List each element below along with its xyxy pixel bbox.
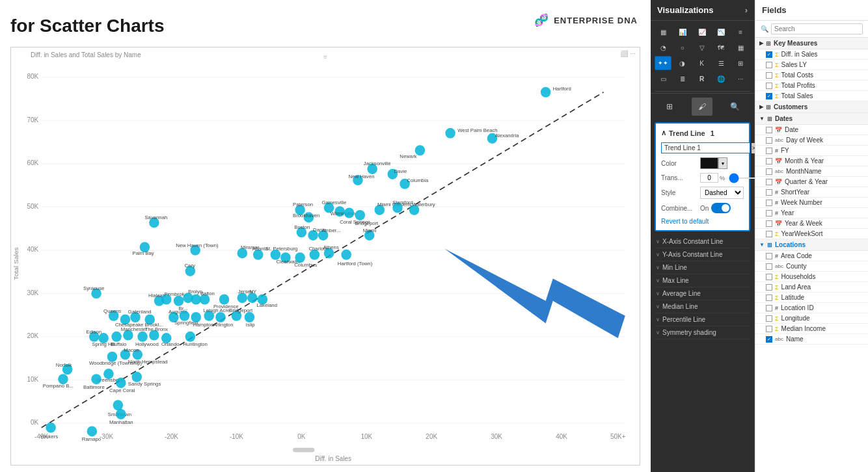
ac-checkbox[interactable] [766,253,772,259]
fields-search-input[interactable] [771,23,863,34]
vis-more[interactable]: ··· [732,72,749,86]
mn-checkbox[interactable] [766,168,772,175]
fields-button[interactable]: ⊞ [659,98,680,116]
vis-pie[interactable]: ◔ [655,40,671,55]
color-dropdown[interactable]: ▼ [718,157,727,169]
svg-point-172 [131,372,142,382]
field-name[interactable]: ✓ abc Name [755,334,868,345]
field-year[interactable]: # Year [755,208,868,218]
y-axis-constant-line[interactable]: ∨ Y-Axis Constant Line [655,248,750,261]
x-axis-constant-line[interactable]: ∨ X-Axis Constant Line [655,235,750,248]
field-sales-ly[interactable]: Σ Sales LY [755,60,868,70]
field-land-area[interactable]: Σ Land Area [755,282,868,293]
field-total-costs[interactable]: Σ Total Costs [755,70,868,81]
vis-funnel[interactable]: ▽ [694,40,711,55]
yws-checkbox[interactable] [766,231,772,237]
vis-card[interactable]: ▭ [655,72,671,86]
revert-button[interactable]: Revert to default [661,218,709,225]
color-swatch[interactable] [700,157,718,169]
name-checkbox[interactable]: ✓ [766,336,772,343]
lng-checkbox[interactable] [766,315,772,322]
date-checkbox[interactable] [766,127,772,133]
lid-checkbox[interactable] [766,305,772,311]
county-checkbox[interactable] [766,263,772,270]
vis-r[interactable]: R [694,72,711,86]
style-select[interactable]: Dashed Solid Dotted [700,187,744,199]
field-day-of-week[interactable]: abc Day of Week [755,135,868,146]
field-fy[interactable]: # FY [755,146,868,156]
expand-icon[interactable]: ⬜ [620,50,628,57]
fy-checkbox[interactable] [766,148,772,154]
field-latitude[interactable]: Σ Latitude [755,293,868,303]
vis-map[interactable]: 🗺 [712,40,729,55]
field-total-profits[interactable]: Σ Total Profits [755,81,868,91]
more-icon[interactable]: ··· [631,50,636,57]
field-week-number[interactable]: # Week Number [755,198,868,208]
diff-sales-checkbox[interactable]: ✓ [766,51,772,58]
field-group-customers-header[interactable]: ▶ ⊞ Customers [755,101,868,113]
sales-ly-checkbox[interactable] [766,62,772,68]
total-costs-checkbox[interactable] [766,72,772,79]
wn-checkbox[interactable] [766,200,772,206]
vis-column[interactable]: 📊 [674,25,691,39]
vis-matrix[interactable]: ⊞ [732,56,749,70]
symmetry-shading[interactable]: ∨ Symmetry shading [655,326,750,339]
vis-ribbon[interactable]: ≡ [732,25,749,39]
vis-area[interactable]: 📉 [712,25,729,39]
yw-checkbox[interactable] [766,220,772,227]
field-county[interactable]: abc County [755,261,868,272]
vis-stacked-bar[interactable]: ▦ [655,25,671,39]
vis-panel-chevron[interactable]: › [745,5,748,15]
vis-multirow[interactable]: ≣ [674,72,691,86]
format-button[interactable]: 🖌 [692,98,712,116]
analytics-button[interactable]: 🔍 [725,98,746,116]
field-households[interactable]: Σ Households [755,272,868,282]
min-line[interactable]: ∨ Min Line [655,261,750,274]
field-longitude[interactable]: Σ Longitude [755,313,868,324]
field-location-id[interactable]: # Location ID [755,303,868,313]
field-monthname[interactable]: abc MonthName [755,166,868,177]
average-line[interactable]: ∨ Average Line [655,287,750,300]
trend-collapse-icon[interactable]: ∧ [661,129,666,137]
vis-donut[interactable]: ○ [674,40,691,55]
field-total-sales[interactable]: ✓ Σ Total Sales [755,91,868,101]
vis-kpi[interactable]: K [694,56,711,70]
field-yearweeksort[interactable]: Σ YearWeekSort [755,229,868,239]
field-quarter-year[interactable]: 📅 Quarter & Year [755,177,868,187]
qy-checkbox[interactable] [766,179,772,185]
lat-checkbox[interactable] [766,295,772,301]
vis-treemap[interactable]: ▦ [732,40,749,55]
households-checkbox[interactable] [766,274,772,280]
vis-scatter[interactable]: ✦✦ [655,56,671,70]
la-checkbox[interactable] [766,284,772,291]
field-group-dates-header[interactable]: ▼ ⊞ Dates [755,113,868,125]
vis-gauge[interactable]: ◑ [674,56,691,70]
trend-name-input[interactable] [661,142,750,153]
scroll-handle[interactable]: ≡ [323,53,327,60]
scatter-chart[interactable]: ⬜ ··· ≡ Diff. in Sales and Total Sales b… [10,47,640,465]
total-sales-checkbox[interactable]: ✓ [766,93,772,99]
year-checkbox[interactable] [766,210,772,216]
max-line[interactable]: ∨ Max Line [655,274,750,287]
median-line[interactable]: ∨ Median Line [655,300,750,313]
field-diff-in-sales[interactable]: ✓ Σ Diff. in Sales [755,49,868,60]
vis-table[interactable]: ☰ [712,56,729,70]
mi-checkbox[interactable] [766,326,772,332]
percentile-line[interactable]: ∨ Percentile Line [655,313,750,326]
field-month-year[interactable]: 📅 Month & Year [755,156,868,166]
combine-toggle[interactable] [711,203,731,213]
sy-checkbox[interactable] [766,189,772,196]
vis-globe[interactable]: 🌐 [712,72,729,86]
my-checkbox[interactable] [766,158,772,164]
field-group-key-measures-header[interactable]: ▶ ⊞ Key Measures [755,38,868,49]
trans-input[interactable] [700,173,718,183]
field-group-locations-header[interactable]: ▼ ⊞ Locations [755,239,868,251]
field-shortyear[interactable]: # ShortYear [755,187,868,198]
field-date[interactable]: 📅 Date [755,125,868,135]
field-year-week[interactable]: 📅 Year & Week [755,218,868,229]
dow-checkbox[interactable] [766,137,772,144]
field-area-code[interactable]: # Area Code [755,251,868,261]
total-profits-checkbox[interactable] [766,83,772,89]
vis-line[interactable]: 📈 [694,25,711,39]
field-median-income[interactable]: Σ Median Income [755,324,868,334]
